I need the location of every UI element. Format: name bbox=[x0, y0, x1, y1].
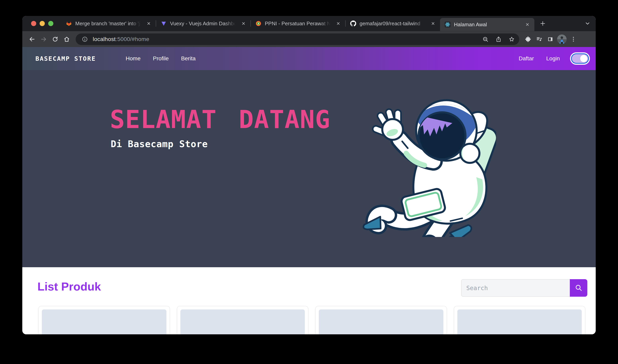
browser-menu-icon[interactable] bbox=[568, 34, 579, 45]
product-image-placeholder bbox=[42, 310, 167, 334]
close-tab-icon[interactable] bbox=[145, 20, 152, 27]
close-tab-icon[interactable] bbox=[430, 20, 437, 27]
hero-section: SELAMAT DATANG Di Basecamp Store bbox=[22, 70, 596, 267]
reload-icon[interactable] bbox=[49, 33, 61, 45]
tab-github[interactable]: gemafajar09/react-tailwind bbox=[346, 16, 440, 31]
extensions-puzzle-icon[interactable] bbox=[522, 34, 534, 45]
tab-vuexy[interactable]: Vuexy - Vuejs Admin Dashboard bbox=[156, 16, 250, 31]
search-input[interactable] bbox=[461, 279, 570, 297]
hero-title: SELAMAT DATANG bbox=[110, 107, 330, 132]
new-tab-button[interactable] bbox=[537, 18, 548, 29]
product-card[interactable] bbox=[315, 306, 447, 334]
search-button[interactable] bbox=[570, 279, 587, 297]
tabs: Merge branch 'master' into 'jiha Vuexy -… bbox=[61, 16, 534, 31]
nav-actions: Daftar Login bbox=[519, 55, 560, 62]
hero-subtitle: Di Basecamp Store bbox=[111, 139, 208, 149]
ppni-icon bbox=[255, 20, 262, 27]
media-controls-icon[interactable] bbox=[534, 34, 545, 45]
home-icon[interactable] bbox=[61, 33, 73, 45]
nav-link-home[interactable]: Home bbox=[126, 55, 141, 62]
product-card[interactable] bbox=[177, 306, 309, 334]
react-icon bbox=[444, 21, 451, 28]
minimize-window-button[interactable] bbox=[40, 21, 45, 26]
astronaut-illustration bbox=[357, 94, 496, 237]
tab-title: Halaman Awal bbox=[454, 22, 521, 28]
product-image-placeholder bbox=[180, 310, 305, 334]
back-icon[interactable] bbox=[26, 33, 38, 45]
tab-search-chevron-icon[interactable] bbox=[585, 16, 591, 31]
vuexy-icon bbox=[160, 20, 167, 27]
profile-avatar[interactable] bbox=[557, 34, 567, 44]
close-tab-icon[interactable] bbox=[240, 20, 247, 27]
brand-logo[interactable]: BASECAMP STORE bbox=[36, 55, 96, 62]
nav-link-profile[interactable]: Profile bbox=[153, 55, 169, 62]
search-bar bbox=[461, 279, 587, 297]
product-image-placeholder bbox=[457, 310, 582, 334]
product-card-grid bbox=[22, 306, 596, 334]
forward-icon[interactable] bbox=[38, 33, 49, 45]
products-heading: List Produk bbox=[38, 281, 101, 292]
product-image-placeholder bbox=[319, 310, 443, 334]
tab-title: Vuexy - Vuejs Admin Dashboard bbox=[170, 21, 237, 27]
tab-title: Merge branch 'master' into 'jiha bbox=[75, 21, 142, 27]
zoom-out-icon[interactable] bbox=[480, 34, 490, 44]
tab-strip: Merge branch 'master' into 'jiha Vuexy -… bbox=[22, 16, 596, 31]
nav-link-berita[interactable]: Berita bbox=[181, 55, 195, 62]
url-text: localhost:5000/#home bbox=[93, 36, 149, 42]
bookmark-star-icon[interactable] bbox=[506, 34, 517, 44]
close-tab-icon[interactable] bbox=[335, 20, 342, 27]
tab-title: gemafajar09/react-tailwind bbox=[360, 21, 426, 27]
url-host: localhost bbox=[93, 36, 116, 42]
gitlab-icon bbox=[66, 20, 72, 27]
site-info-icon[interactable] bbox=[80, 34, 90, 44]
github-icon bbox=[350, 20, 356, 27]
tab-title: PPNI - Persatuan Perawat Nasio bbox=[265, 21, 332, 27]
fullscreen-window-button[interactable] bbox=[48, 21, 53, 26]
login-link[interactable]: Login bbox=[546, 55, 560, 62]
tab-halaman-awal-active[interactable]: Halaman Awal bbox=[440, 18, 534, 31]
url-path: :5000/#home bbox=[116, 36, 149, 42]
browser-toolbar: localhost:5000/#home bbox=[22, 31, 596, 47]
daftar-link[interactable]: Daftar bbox=[519, 55, 534, 62]
side-panel-icon[interactable] bbox=[545, 34, 556, 45]
url-bar[interactable]: localhost:5000/#home bbox=[76, 33, 519, 45]
window-controls bbox=[22, 21, 61, 26]
close-window-button[interactable] bbox=[31, 21, 36, 26]
close-tab-icon[interactable] bbox=[524, 21, 531, 28]
share-icon[interactable] bbox=[493, 34, 504, 44]
tab-ppni[interactable]: PPNI - Persatuan Perawat Nasio bbox=[251, 16, 345, 31]
product-card[interactable] bbox=[454, 306, 586, 334]
toggle-knob bbox=[580, 55, 587, 62]
product-card[interactable] bbox=[38, 306, 170, 334]
tab-gitlab-merge[interactable]: Merge branch 'master' into 'jiha bbox=[61, 16, 156, 31]
browser-window: Merge branch 'master' into 'jiha Vuexy -… bbox=[22, 16, 596, 334]
nav-links: Home Profile Berita bbox=[126, 55, 195, 62]
site-navbar: BASECAMP STORE Home Profile Berita Dafta… bbox=[22, 47, 596, 70]
theme-toggle-switch[interactable] bbox=[572, 54, 588, 63]
products-section: List Produk bbox=[22, 267, 596, 334]
search-icon bbox=[575, 284, 582, 292]
